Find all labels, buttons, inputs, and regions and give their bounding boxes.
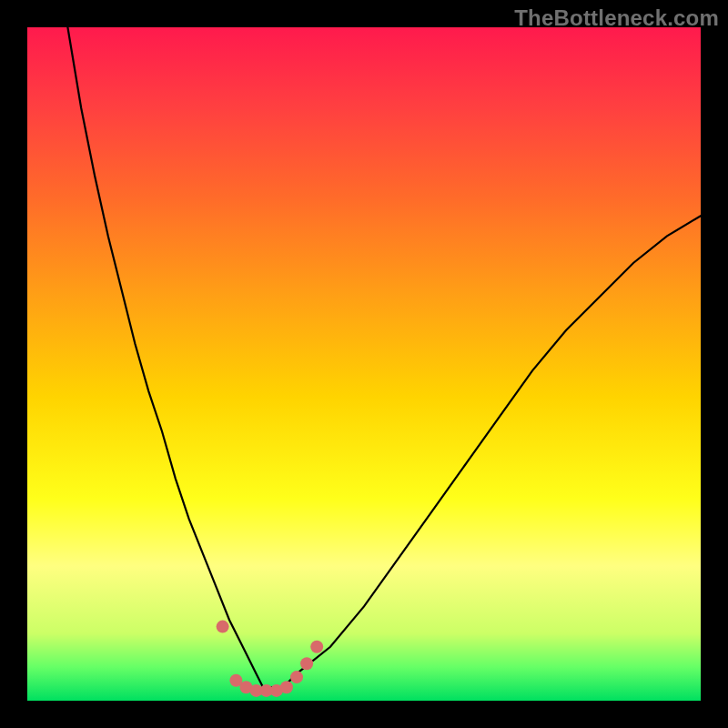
curve-layer — [27, 27, 701, 701]
marker-dot — [280, 681, 293, 693]
bottleneck-curve — [67, 27, 701, 687]
marker-dot — [310, 641, 323, 653]
annotation-dots — [217, 621, 324, 697]
chart-frame: TheBottleneck.com — [0, 0, 728, 728]
marker-dot — [300, 657, 313, 670]
watermark-label: TheBottleneck.com — [514, 5, 719, 31]
marker-dot — [217, 621, 229, 633]
plot-area — [27, 27, 701, 701]
marker-dot — [290, 671, 303, 683]
